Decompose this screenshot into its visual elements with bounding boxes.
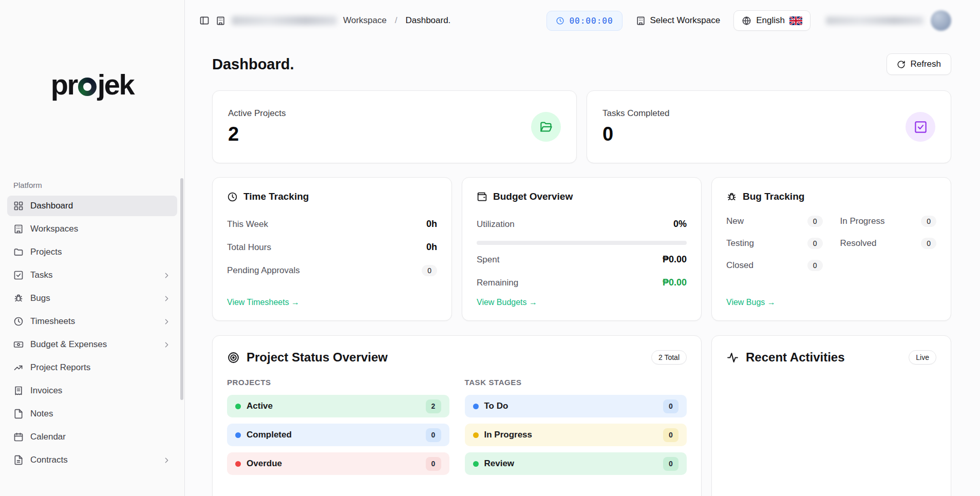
time-row-this-week: This Week 0h — [227, 213, 437, 236]
receipt-icon — [13, 386, 24, 396]
middle-cards-row: Time Tracking This Week 0h Total Hours 0… — [212, 177, 951, 321]
language-button[interactable]: English — [733, 10, 811, 31]
bug-icon — [726, 192, 737, 202]
yellow-dot-icon — [473, 432, 479, 438]
language-label: English — [756, 15, 785, 26]
sidebar-item-contracts[interactable]: Contracts — [7, 450, 177, 470]
uk-flag-icon — [789, 16, 802, 25]
sidebar-item-notes[interactable]: Notes — [7, 404, 177, 424]
green-dot-icon — [473, 461, 479, 467]
sidebar-item-tasks[interactable]: Tasks — [7, 265, 177, 285]
brand-logo: pr jek — [0, 68, 184, 101]
panel-left-icon — [199, 15, 210, 26]
user-name-redacted — [826, 16, 924, 25]
check-square-icon — [13, 270, 24, 280]
sidebar-item-projects[interactable]: Projects — [7, 242, 177, 262]
green-dot-icon — [235, 404, 241, 409]
sidebar: pr jek Platform Dashboard Workspaces Pro… — [0, 0, 185, 496]
bug-tracking-card: Bug Tracking New 0 In Progress 0 Testing… — [711, 177, 951, 321]
status-row-completed: Completed 0 — [227, 424, 449, 446]
stat-label: Tasks Completed — [602, 108, 669, 119]
building-icon — [636, 16, 646, 26]
recent-activities-card: Recent Activities Live — [711, 335, 951, 496]
budget-remaining-row: Remaining ₱0.00 — [477, 271, 687, 294]
projects-column-header: PROJECTS — [227, 378, 449, 387]
stat-label: Active Projects — [228, 108, 286, 119]
red-dot-icon — [235, 461, 241, 467]
card-title: Budget Overview — [493, 191, 573, 202]
sidebar-item-calendar[interactable]: Calendar — [7, 427, 177, 447]
sidebar-toggle-button[interactable] — [199, 15, 210, 26]
sidebar-item-label: Contracts — [30, 455, 68, 465]
stat-value: 0 — [602, 123, 669, 145]
chevron-right-icon — [162, 340, 171, 349]
live-badge: Live — [909, 350, 936, 365]
trending-up-icon — [13, 363, 24, 373]
sidebar-item-project-reports[interactable]: Project Reports — [7, 357, 177, 378]
count-badge: 2 — [426, 399, 441, 413]
sidebar-item-workspaces[interactable]: Workspaces — [7, 219, 177, 239]
time-tracking-card: Time Tracking This Week 0h Total Hours 0… — [212, 177, 452, 321]
user-menu[interactable] — [826, 10, 951, 31]
select-workspace-button[interactable]: Select Workspace — [636, 15, 721, 26]
stat-card-tasks-completed: Tasks Completed 0 — [587, 90, 951, 163]
stat-cards-row: Active Projects 2 Tasks Completed 0 — [212, 90, 951, 163]
stage-row-in-progress: In Progress 0 — [465, 424, 687, 446]
status-row-active: Active 2 — [227, 395, 449, 417]
sidebar-item-bugs[interactable]: Bugs — [7, 288, 177, 309]
time-row-total-hours: Total Hours 0h — [227, 236, 437, 259]
sidebar-item-label: Invoices — [30, 386, 62, 396]
calendar-icon — [13, 432, 24, 442]
timer-value: 00:00:00 — [569, 16, 613, 26]
brand-logo-text-left: pr — [51, 68, 77, 101]
bottom-cards-row: Project Status Overview 2 Total PROJECTS… — [212, 335, 951, 496]
sidebar-scrollbar-thumb[interactable] — [180, 178, 183, 400]
card-title: Bug Tracking — [743, 191, 804, 202]
sidebar-item-label: Project Reports — [30, 363, 90, 373]
select-workspace-label: Select Workspace — [650, 15, 721, 26]
sidebar-item-budget-expenses[interactable]: Budget & Expenses — [7, 334, 177, 355]
bug-stat-new: New 0 — [726, 213, 823, 230]
card-title: Time Tracking — [243, 191, 309, 202]
refresh-icon — [897, 60, 906, 69]
chevron-right-icon — [162, 294, 171, 303]
count-badge: 0 — [663, 457, 679, 471]
globe-icon — [742, 16, 751, 26]
sidebar-item-label: Calendar — [30, 432, 66, 442]
sidebar-item-label: Timesheets — [30, 316, 75, 327]
view-budgets-link[interactable]: View Budgets → — [477, 298, 537, 307]
projects-column: PROJECTS Active 2 Completed 0 — [227, 378, 449, 481]
count-badge: 0 — [426, 457, 441, 471]
sidebar-item-dashboard[interactable]: Dashboard — [7, 196, 177, 216]
chevron-right-icon — [162, 456, 171, 465]
building-icon — [216, 16, 225, 26]
sidebar-item-label: Workspaces — [30, 224, 78, 234]
timer-button[interactable]: 00:00:00 — [546, 11, 622, 31]
sidebar-item-invoices[interactable]: Invoices — [7, 380, 177, 401]
sidebar-item-label: Projects — [30, 247, 62, 257]
wallet-icon — [477, 192, 487, 202]
count-badge: 0 — [663, 399, 679, 413]
clock-icon — [13, 316, 24, 327]
refresh-label: Refresh — [910, 59, 941, 69]
building-icon — [13, 224, 24, 234]
stat-value: 2 — [228, 123, 286, 145]
count-badge: 0 — [426, 428, 441, 442]
stage-row-review: Review 0 — [465, 452, 687, 475]
sidebar-item-timesheets[interactable]: Timesheets — [7, 311, 177, 332]
file-text-icon — [13, 455, 24, 465]
sidebar-item-label: Budget & Expenses — [30, 339, 107, 350]
view-bugs-link[interactable]: View Bugs → — [726, 298, 776, 307]
sidebar-section-label: Platform — [13, 181, 171, 189]
refresh-button[interactable]: Refresh — [887, 53, 951, 75]
clock-icon — [227, 192, 238, 202]
total-badge: 2 Total — [651, 350, 687, 365]
chevron-right-icon — [162, 317, 171, 326]
view-timesheets-link[interactable]: View Timesheets → — [227, 298, 299, 307]
clock-icon — [556, 16, 564, 25]
time-row-pending-approvals: Pending Approvals 0 — [227, 259, 437, 282]
sidebar-item-label: Tasks — [30, 270, 52, 280]
bug-icon — [13, 293, 24, 303]
page-title: Dashboard. — [212, 56, 294, 73]
card-title: Project Status Overview — [247, 350, 645, 365]
